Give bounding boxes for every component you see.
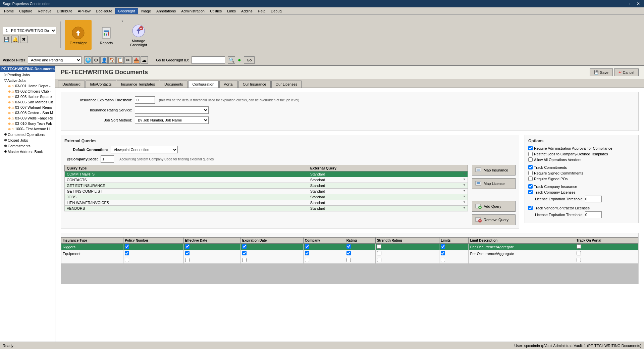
query-row-vendors[interactable]: VENDORS Standard ▼ [65, 206, 468, 211]
menu-debug[interactable]: Debug [268, 8, 284, 14]
track-company-insurance-label: Track Company Insurance [534, 185, 577, 189]
req-signed-commitments-checkbox[interactable] [528, 171, 533, 175]
tab-documents[interactable]: Documents [160, 81, 187, 88]
reports-toolbar-button[interactable]: Reports [93, 20, 120, 50]
sidebar-item-03003[interactable]: ⊕ ⚠ 03-003 Harbor Square [0, 94, 55, 99]
sidebar-item-03005[interactable]: ⊕ ⚠ 03-005 San Marcos Cit [0, 99, 55, 105]
master-address-label: Master Address Book [8, 150, 43, 154]
minimize-button[interactable]: – [621, 1, 627, 7]
sidebar-item-03008[interactable]: ⊕ ⚠ 03-008 Costco - San M [0, 110, 55, 115]
menu-addins[interactable]: Addins [238, 8, 255, 14]
license-expiration-input[interactable] [585, 196, 602, 202]
sidebar-item-1000[interactable]: ⊕ ⚠ 1000- First Avenue Hi [0, 126, 55, 132]
search-icon-btn[interactable]: 🔍 [228, 56, 235, 64]
query-row-get-ins-comp[interactable]: GET INS COMP LIST Standard ▼ [65, 189, 468, 194]
nav-icon-2[interactable]: ⚙ [92, 56, 100, 64]
ins-row-riggers[interactable]: Riggers Per Occurrence/Aggregate [61, 244, 638, 250]
track-company-insurance-checkbox[interactable] [528, 184, 533, 189]
menu-apflow[interactable]: APFlow [75, 8, 93, 14]
sidebar-item-commitments[interactable]: ⊕ Commitments [0, 143, 55, 149]
vendor-filter-dropdown[interactable]: Active and Pending [28, 56, 82, 64]
menu-administration[interactable]: Administration [178, 8, 207, 14]
menu-docroute[interactable]: DocRoute [93, 8, 115, 14]
tab-portal[interactable]: Portal [219, 81, 238, 88]
menu-distribute[interactable]: Distribute [54, 8, 75, 14]
menu-greenlight[interactable]: Greenlight [115, 8, 138, 14]
sidebar-item-03009[interactable]: ⊕ ⚠ 03-009 Wells Fargo Re [0, 115, 55, 121]
nav-icon-3[interactable]: 👤 [100, 56, 108, 64]
tab-our-licenses[interactable]: Our Licenses [271, 81, 302, 88]
track-vendor-licenses-row: Track Vendor/Contractor Licenses [528, 206, 635, 210]
sidebar-item-03010[interactable]: ⊕ ⚠ 03-010 Sony Tech Fab [0, 121, 55, 126]
req-signed-pos-label: Require Signed POs [534, 177, 568, 181]
save-button[interactable]: 💾 Save [590, 68, 613, 76]
refresh-toolbar-button[interactable]: 🔔 [11, 36, 19, 43]
sidebar-item-03002[interactable]: ⊕ ⚠ 03-002 Officers Club - [0, 89, 55, 94]
menu-home[interactable]: Home [1, 8, 16, 14]
greenlight-toolbar-button[interactable]: Greenlight [65, 20, 92, 50]
tab-insurance-templates[interactable]: Insurance Templates [117, 81, 159, 88]
restrict-jobs-checkbox[interactable] [528, 152, 533, 156]
job-sort-select[interactable]: By Job Number, Job Name By Job Name By J… [135, 116, 209, 124]
menu-annotations[interactable]: Annotations [154, 8, 178, 14]
track-vendor-licenses-checkbox[interactable] [528, 206, 533, 210]
insurance-expiration-input[interactable] [135, 96, 155, 104]
query-row-get-ext-insurance[interactable]: GET EXT INSURANCE Standard ▼ [65, 183, 468, 189]
nav-icon-5[interactable]: 📋 [116, 56, 124, 64]
tab-configuration[interactable]: Configuration [188, 81, 219, 88]
insurance-expiration-row: Insurance Expiration Threshold: (this wi… [65, 96, 634, 104]
tab-our-insurance[interactable]: Our Insurance [238, 81, 271, 88]
go-button[interactable]: Go [244, 56, 255, 64]
go-to-input[interactable] [192, 56, 225, 64]
nav-icon-8[interactable]: ☁ [141, 56, 148, 64]
sidebar-item-03007[interactable]: ⊕ ⚠ 03-007 Walmart Remo [0, 105, 55, 110]
insurance-rating-select[interactable] [135, 106, 209, 114]
add-query-button[interactable]: Add Query [472, 201, 516, 212]
maximize-button[interactable]: □ [628, 1, 634, 7]
cancel-toolbar-button[interactable]: ✖ [20, 36, 28, 43]
allow-all-ops-checkbox[interactable] [528, 157, 533, 162]
sidebar-root[interactable]: PE-TECHWRITING Documents [0, 66, 55, 72]
map-insurance-button[interactable]: Map Insurance [472, 165, 516, 176]
menu-links[interactable]: Links [224, 8, 238, 14]
sidebar-item-closed[interactable]: ⊕ Closed Jobs [0, 137, 55, 143]
req-admin-approval-checkbox[interactable] [528, 146, 533, 150]
sidebar-item-active-jobs[interactable]: ▽ Active Jobs [0, 78, 55, 83]
company-code-input[interactable] [101, 155, 114, 163]
document-dropdown[interactable]: 1 - PE-TECHWRITING Documer [3, 27, 56, 34]
ins-rating-cell [345, 244, 375, 250]
manage-greenlight-toolbar-button[interactable]: Manage Greenlight [125, 20, 152, 50]
query-row-contacts[interactable]: CONTACTS Standard ▼ [65, 177, 468, 183]
menu-retrieve[interactable]: Retrieve [35, 8, 54, 14]
nav-icon-7[interactable]: 📤 [132, 56, 140, 64]
close-button[interactable]: ✕ [635, 1, 641, 7]
track-company-licenses-checkbox[interactable] [528, 190, 533, 194]
sidebar-item-master-address[interactable]: ⊕ Master Address Book [0, 149, 55, 154]
map-license-button[interactable]: Map License [472, 178, 516, 189]
nav-icon-1[interactable]: 🌐 [84, 56, 92, 64]
nav-icon-4[interactable]: 🏠 [108, 56, 116, 64]
default-connection-select[interactable]: Viewpoint Connection [111, 146, 178, 153]
menu-capture[interactable]: Capture [16, 8, 35, 14]
ins-row-equipment[interactable]: Equipment Per Occurrence/Aggregate [61, 250, 638, 257]
menu-image[interactable]: Image [138, 8, 154, 14]
req-signed-pos-checkbox[interactable] [528, 177, 533, 181]
sidebar-item-03001[interactable]: ⊕ ⚠ 03-001 Home Depot - [0, 83, 55, 89]
sidebar-item-completed[interactable]: ⊕ Completed Operations [0, 132, 55, 137]
menu-help[interactable]: Help [255, 8, 268, 14]
menu-utilities[interactable]: Utilities [207, 8, 224, 14]
vendor-license-expiration-input[interactable] [585, 211, 602, 218]
query-row-lien-waiver[interactable]: LIEN WAIVER/INVOICES Standard ▼ [65, 200, 468, 206]
track-commitments-checkbox[interactable] [528, 165, 533, 169]
remove-query-button[interactable]: Remove Query [472, 214, 516, 225]
tab-info-contacts[interactable]: Info/Contacts [86, 81, 116, 88]
query-row-commitments[interactable]: COMMITMENTS Standard ▼ [65, 171, 468, 177]
nav-icon-6[interactable]: ✏ [124, 56, 132, 64]
track-vendor-licenses-label: Track Vendor/Contractor Licenses [534, 206, 590, 210]
query-row-jobs[interactable]: JOBS Standard ▼ [65, 194, 468, 200]
root-label: PE-TECHWRITING Documents [1, 67, 55, 71]
sidebar-item-pending-jobs[interactable]: ▷ Pending Jobs [0, 72, 55, 78]
save-toolbar-button[interactable]: 💾 [3, 36, 10, 43]
cancel-button[interactable]: ↩ Cancel [614, 68, 639, 76]
tab-dashboard[interactable]: Dashboard [58, 81, 85, 88]
